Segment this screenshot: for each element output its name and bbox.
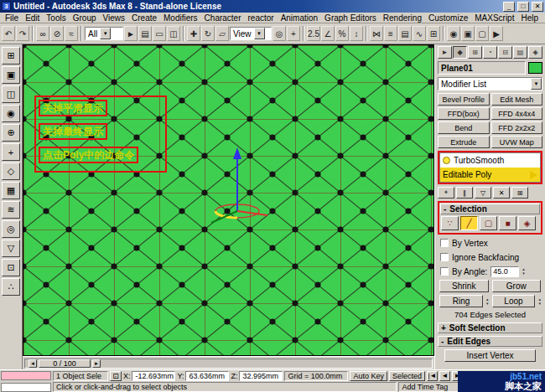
perspective-viewport[interactable]: 关掉平滑显示 关掉最终显示 点击Poly中的边命令 [23,44,434,356]
quick-render-icon[interactable]: ▶ [490,26,503,41]
menu-file[interactable]: File [2,13,22,23]
docked-tool-icon[interactable]: ▽ [2,240,20,257]
reference-coordinate-dropdown[interactable]: View ▼ [230,27,272,40]
menu-graph-editors[interactable]: Graph Editors [321,13,380,23]
docked-tool-icon[interactable]: ⊡ [2,259,20,276]
align-icon[interactable]: ≡ [384,26,397,41]
display-tab-icon[interactable]: ⊟ [498,46,512,59]
ring-spinner[interactable]: ▴ ▾ [486,297,489,306]
ffd-2x2x2-button[interactable]: FFD 2x2x2 [491,121,543,134]
uvw-map-button[interactable]: UVW Map [491,136,543,148]
lightbulb-icon[interactable] [443,157,450,164]
configure-modifier-sets-icon[interactable]: ⊞ [511,187,528,199]
select-by-name-icon[interactable]: ▤ [138,26,152,41]
ring-button[interactable]: Ring [439,295,483,307]
element-subobject-icon[interactable]: ◈ [518,216,536,230]
maxscript-mini-listener-top[interactable] [1,371,51,380]
loop-button[interactable]: Loop [492,295,536,307]
auto-key-button[interactable]: Auto Key [350,371,387,381]
select-and-move-icon[interactable]: ✚ [187,26,200,41]
by-angle-checkbox[interactable] [440,267,449,276]
docked-tool-icon[interactable]: ◫ [2,85,20,103]
object-name-field[interactable]: Plane01 [438,61,526,75]
undo-icon[interactable]: ↶ [2,26,15,41]
render-type-icon[interactable]: ▢ [475,26,489,41]
unlink-selection-icon[interactable]: ⊘ [50,26,64,41]
make-unique-icon[interactable]: ▽ [475,187,491,199]
polygon-subobject-icon[interactable]: ■ [499,216,516,230]
select-and-scale-icon[interactable]: ▱ [215,26,229,41]
percent-snap-icon[interactable]: % [335,26,349,41]
docked-tool-icon[interactable]: ≋ [2,201,20,219]
shrink-button[interactable]: Shrink [439,280,489,292]
grow-button[interactable]: Grow [492,280,542,292]
menu-help[interactable]: Help [517,13,542,23]
motion-tab-icon[interactable]: ◔ [483,46,497,59]
remove-modifier-icon[interactable]: ✕ [493,187,510,199]
menu-edit[interactable]: Edit [22,13,43,23]
use-pivot-center-icon[interactable]: ◎ [272,26,286,41]
select-object-icon[interactable]: ► [124,26,138,41]
menu-animation[interactable]: Animation [278,13,321,23]
maxscript-mini-listener-bottom[interactable] [1,383,51,392]
docked-tool-icon[interactable]: ◇ [2,162,20,180]
bevel-profile-button[interactable]: Bevel Profile [438,93,490,106]
by-vertex-checkbox[interactable] [440,239,449,247]
key-mode-button[interactable]: Selected [389,371,425,381]
spin-down-icon[interactable]: ▾ [538,302,541,306]
redo-icon[interactable]: ↷ [16,26,29,41]
curve-editor-icon[interactable]: ∿ [413,26,426,41]
rectangular-region-icon[interactable]: ▭ [153,26,166,41]
menu-rendering[interactable]: Rendering [380,13,425,23]
select-and-link-icon[interactable]: ∞ [36,26,49,41]
utilities-tab-icon[interactable]: ▤ [513,46,527,59]
snap-toggle-icon[interactable]: 2.5 [307,26,320,41]
border-subobject-icon[interactable]: ▢ [480,216,497,230]
editable-poly-mesh[interactable] [23,45,434,356]
x-coordinate-field[interactable]: -12.693mm [132,371,175,381]
spin-down-icon[interactable]: ▾ [522,271,525,276]
modifier-list-dropdown[interactable]: Modifier List ▼ [438,77,542,90]
edit-edges-rollout-header[interactable]: - Edit Edges [438,336,542,347]
create-tab-icon[interactable]: ► [438,46,452,59]
mirror-icon[interactable]: ⋈ [370,26,383,41]
angle-value-field[interactable]: 45.0 [490,266,519,277]
menu-tools[interactable]: Tools [43,13,69,23]
z-coordinate-field[interactable]: 32.995mm [239,371,283,381]
close-button[interactable]: ✕ [532,2,543,12]
menu-reactor[interactable]: reactor [245,13,278,23]
edge-subobject-icon[interactable]: ╱ [460,216,478,230]
ffd-4x4x4-button[interactable]: FFD 4x4x4 [491,107,543,120]
angle-snap-icon[interactable]: ∠ [321,26,335,41]
docked-tool-icon[interactable]: ▦ [2,182,20,199]
loop-spinner[interactable]: ▴ ▾ [538,297,541,306]
extrude-button[interactable]: Extrude [438,136,490,148]
selection-rollout-header[interactable]: - Selection [440,204,540,214]
menu-customize[interactable]: Customize [425,13,471,23]
docked-tool-icon[interactable]: ◉ [2,105,20,122]
select-and-rotate-icon[interactable]: ↻ [201,26,215,41]
docked-tool-icon[interactable]: ◎ [2,220,20,238]
menu-character[interactable]: Character [201,13,245,23]
selection-lock-icon[interactable]: ⊡ [110,371,122,381]
select-and-manipulate-icon[interactable]: + [287,26,300,41]
docked-tool-icon[interactable]: ⊕ [2,124,20,142]
modify-tab-icon[interactable]: ◆ [453,46,467,59]
menu-views[interactable]: Views [100,13,129,23]
menu-modifiers[interactable]: Modifiers [160,13,201,23]
hierarchy-tab-icon[interactable]: ⊞ [468,46,482,59]
spin-down-icon[interactable]: ▾ [486,302,489,306]
docked-tool-icon[interactable]: ∴ [2,278,20,296]
menu-create[interactable]: Create [128,13,160,23]
pin-stack-icon[interactable]: ⌖ [438,187,454,199]
menu-maxscript[interactable]: MAXScript [471,13,517,23]
stack-item-editable-poly[interactable]: Editable Poly [440,168,540,182]
edit-mesh-button[interactable]: Edit Mesh [491,93,543,106]
bind-to-spacewarp-icon[interactable]: ≈ [65,26,78,41]
ffd-box-button[interactable]: FFD(box) [438,107,490,120]
previous-frame-arrow[interactable]: ◄ [29,359,37,368]
minimize-button[interactable]: _ [503,2,515,12]
schematic-view-icon[interactable]: ⊞ [427,26,440,41]
max-tab-icon[interactable]: ◈ [528,46,542,59]
add-time-tag[interactable]: Add Time Tag [398,382,459,392]
